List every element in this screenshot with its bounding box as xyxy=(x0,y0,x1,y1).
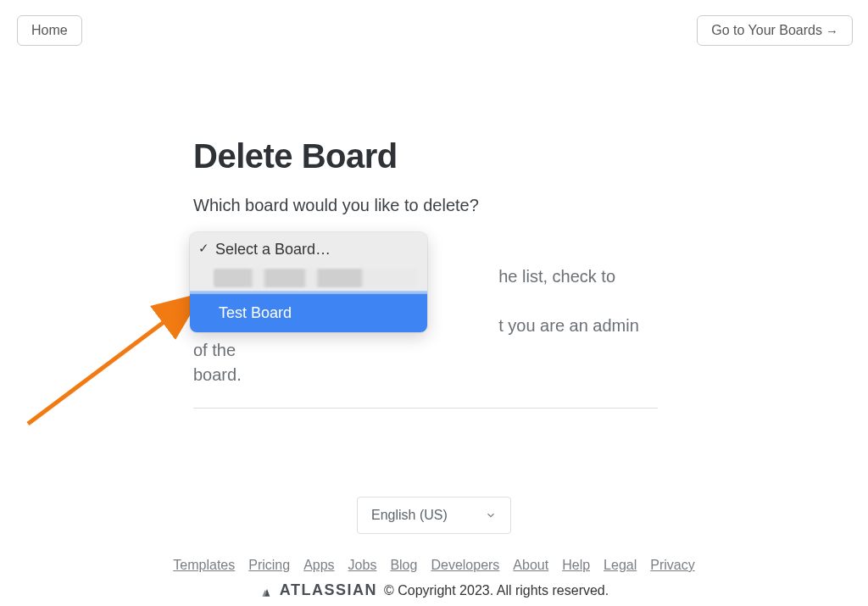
copyright-row: ATLASSIAN © Copyright 2023. All rights r… xyxy=(0,581,868,599)
language-selected-label: English (US) xyxy=(371,508,448,523)
atlassian-logo: ATLASSIAN xyxy=(259,581,377,599)
board-select-dropdown[interactable]: Select a Board… Test Board xyxy=(190,232,427,332)
top-bar: Home Go to Your Boards → xyxy=(0,15,868,49)
annotation-arrow-icon xyxy=(24,288,210,432)
dropdown-option-label: Test Board xyxy=(219,304,292,321)
dropdown-redacted-option[interactable] xyxy=(214,269,417,287)
dropdown-placeholder-label: Select a Board… xyxy=(215,241,331,258)
page-title: Delete Board xyxy=(193,137,658,175)
footer-link-about[interactable]: About xyxy=(513,558,548,572)
dropdown-option-test-board[interactable]: Test Board xyxy=(190,294,427,332)
svg-line-1 xyxy=(28,300,193,424)
chevron-down-icon xyxy=(485,509,497,521)
arrow-right-icon: → xyxy=(826,24,838,38)
footer-link-privacy[interactable]: Privacy xyxy=(650,558,694,572)
footer-link-templates[interactable]: Templates xyxy=(173,558,235,572)
footer: English (US) TemplatesPricingAppsJobsBlo… xyxy=(0,497,868,606)
go-to-boards-button[interactable]: Go to Your Boards → xyxy=(697,15,853,46)
footer-link-blog[interactable]: Blog xyxy=(390,558,417,572)
footer-link-pricing[interactable]: Pricing xyxy=(248,558,290,572)
footer-link-help[interactable]: Help xyxy=(562,558,590,572)
help-line-2: board. xyxy=(193,365,242,384)
footer-link-apps[interactable]: Apps xyxy=(303,558,334,572)
divider xyxy=(193,408,658,409)
brand-name: ATLASSIAN xyxy=(280,581,377,599)
footer-links: TemplatesPricingAppsJobsBlogDevelopersAb… xyxy=(0,558,868,573)
home-button[interactable]: Home xyxy=(17,15,82,46)
footer-link-jobs[interactable]: Jobs xyxy=(348,558,377,572)
footer-link-legal[interactable]: Legal xyxy=(604,558,637,572)
go-to-boards-label: Go to Your Boards xyxy=(711,23,822,38)
footer-link-developers[interactable]: Developers xyxy=(431,558,499,572)
dropdown-placeholder-option[interactable]: Select a Board… xyxy=(190,232,427,267)
prompt-text: Which board would you like to delete? xyxy=(193,196,658,215)
atlassian-mark-icon xyxy=(259,583,275,598)
home-button-label: Home xyxy=(31,23,68,38)
language-select[interactable]: English (US) xyxy=(357,497,511,534)
copyright-text: © Copyright 2023. All rights reserved. xyxy=(384,583,609,598)
